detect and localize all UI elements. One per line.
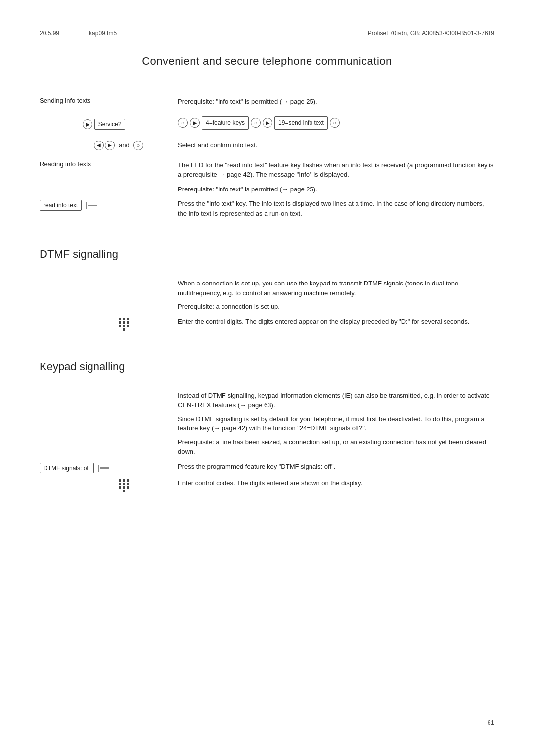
content-area: Sending info texts Prerequisite: "info t…: [40, 97, 494, 502]
dtmf-led-horizontal: [100, 467, 109, 469]
keypad-icon-codes: [119, 479, 129, 492]
scroll-up-circle-2: ○: [251, 118, 261, 128]
dtmf-desc2: Prerequisite: a connection is set up.: [178, 302, 494, 312]
read-info-key-widget: read info text: [40, 200, 97, 211]
led-indicator: [86, 202, 97, 209]
feature-keys-button: 4=feature keys: [202, 116, 249, 130]
sending-info-prerequisite: Prerequisite: "info text" is permitted (…: [178, 97, 494, 107]
reading-info-desc2: Prerequisite: "info text" is permitted (…: [178, 185, 494, 194]
keypad-title-row: Keypad signalling: [40, 345, 494, 383]
and-label: and: [119, 142, 130, 149]
reading-info-desc1: The LED for the "read info text" feature…: [178, 160, 494, 180]
page-title-section: Convenient and secure telephone communic…: [40, 55, 494, 77]
page-title: Convenient and secure telephone communic…: [40, 55, 494, 68]
read-info-key-row: read info text Press the "info text" key…: [40, 199, 494, 218]
header-file: kap09.fm5: [89, 30, 117, 37]
dtmf-off-key-instruction: Press the programmed feature key "DTMF s…: [178, 462, 494, 472]
sending-info-section: Sending info texts Prerequisite: "info t…: [40, 97, 494, 111]
led-vertical: [86, 202, 87, 209]
scroll-up-circle-1: ○: [178, 118, 188, 128]
reading-info-section: Reading info texts The LED for the "read…: [40, 160, 494, 194]
and-row: ◀ ▶ and ○ Select and confirm info text.: [40, 141, 494, 150]
service-ui-row: ▶ Service? ○ ▶ 4=feature keys ○ ▶ 19=sen…: [40, 116, 494, 133]
dtmf-keypad-row: Enter the control digits. The digits ent…: [40, 317, 494, 331]
keypad-codes-row: Enter control codes. The digits entered …: [40, 478, 494, 492]
dtmf-title: DTMF signalling: [40, 248, 494, 261]
page-number: 61: [488, 719, 494, 726]
feature-key-ui-row: ○ ▶ 4=feature keys ○ ▶ 19=send info text…: [178, 116, 494, 130]
read-info-instruction: Press the "info text" key. The info text…: [178, 199, 494, 218]
keypad-icon-dtmf: [119, 318, 129, 331]
left-arrow-circle: ◀: [94, 141, 104, 150]
nav-buttons: ◀ ▶: [94, 141, 115, 150]
read-info-key-button: read info text: [40, 200, 82, 211]
play-circle-3: ▶: [263, 118, 272, 128]
dtmf-title-row: DTMF signalling: [40, 233, 494, 271]
led-horizontal: [88, 205, 97, 206]
right-arrow-circle: ▶: [105, 141, 115, 150]
send-info-button: 19=send info text: [274, 116, 328, 130]
keypad-codes-instruction: Enter control codes. The digits entered …: [178, 478, 494, 488]
confirm-circle: ○: [134, 141, 143, 150]
dtmf-desc1: When a connection is set up, you can use…: [178, 279, 494, 298]
keypad-title: Keypad signalling: [40, 360, 494, 373]
header-date: 20.5.99: [40, 30, 59, 37]
reading-info-heading: Reading info texts: [40, 160, 91, 168]
dtmf-off-key-row: DTMF signals: off Press the programmed f…: [40, 462, 494, 473]
dtmf-desc-row: When a connection is set up, you can use…: [40, 279, 494, 312]
keypad-desc3: Prerequisite: a line has been seized, a …: [178, 437, 494, 457]
nav-instruction: Select and confirm info text.: [178, 141, 494, 150]
dtmf-off-key-widget: DTMF signals: off: [40, 463, 109, 473]
keypad-desc2: Since DTMF signalling is set by default …: [178, 414, 494, 433]
service-button: Service?: [94, 119, 126, 130]
play-circle-2: ▶: [190, 118, 200, 128]
header-product: Profiset 70isdn, GB: A30853-X300-B501-3-…: [368, 30, 494, 37]
dtmf-keypad-instruction: Enter the control digits. The digits ent…: [178, 317, 494, 327]
dtmf-off-key-button: DTMF signals: off: [40, 463, 94, 473]
dtmf-led-vertical: [98, 465, 99, 472]
keypad-desc1: Instead of DTMF signalling, keypad infor…: [178, 391, 494, 410]
play-circle-1: ▶: [83, 119, 92, 129]
page-header: 20.5.99 kap09.fm5 Profiset 70isdn, GB: A…: [40, 30, 494, 40]
keypad-desc-row1: Instead of DTMF signalling, keypad infor…: [40, 391, 494, 457]
dtmf-led-indicator: [98, 465, 109, 472]
scroll-up-circle-3: ○: [330, 118, 340, 128]
sending-info-heading: Sending info texts: [40, 97, 90, 104]
